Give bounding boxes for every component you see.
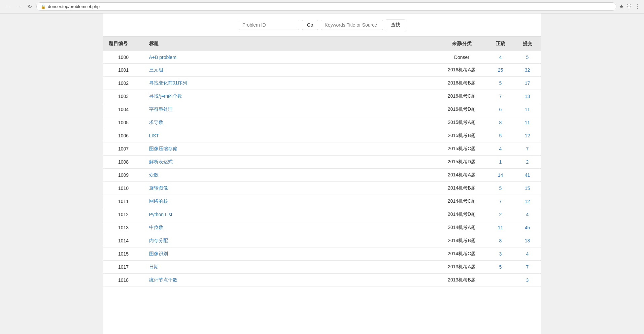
cell-correct[interactable]: 8 xyxy=(487,234,514,247)
correct-link[interactable]: 3 xyxy=(499,251,502,257)
cell-correct[interactable]: 3 xyxy=(487,247,514,261)
correct-link[interactable]: 14 xyxy=(498,172,503,178)
correct-link[interactable]: 6 xyxy=(499,107,502,112)
search-button[interactable]: 查找 xyxy=(386,20,405,30)
shield-button[interactable]: 🛡 xyxy=(626,4,632,10)
cell-submit[interactable]: 32 xyxy=(514,64,541,77)
cell-correct[interactable]: 8 xyxy=(487,116,514,129)
cell-title[interactable]: 寻找变化前01序列 xyxy=(144,77,437,90)
submit-link[interactable]: 11 xyxy=(525,107,530,112)
cell-correct[interactable]: 11 xyxy=(487,221,514,234)
cell-correct[interactable]: 6 xyxy=(487,103,514,116)
problem-link[interactable]: LIST xyxy=(149,133,159,138)
submit-link[interactable]: 4 xyxy=(526,251,529,257)
problem-link[interactable]: 图像压缩存储 xyxy=(149,146,177,151)
problem-link[interactable]: 众数 xyxy=(149,172,159,177)
cell-submit[interactable]: 11 xyxy=(514,116,541,129)
correct-link[interactable]: 7 xyxy=(499,94,502,99)
bookmark-button[interactable]: ★ xyxy=(619,3,624,10)
keyword-input[interactable] xyxy=(321,20,383,30)
menu-button[interactable]: ⋮ xyxy=(635,3,640,10)
problem-link[interactable]: 字符串处理 xyxy=(149,106,173,112)
cell-title[interactable]: 日期 xyxy=(144,261,437,274)
problem-link[interactable]: 图像识别 xyxy=(149,251,168,256)
problem-link[interactable]: 网络的核 xyxy=(149,198,168,204)
cell-title[interactable]: 统计节点个数 xyxy=(144,274,437,287)
cell-submit[interactable]: 12 xyxy=(514,195,541,208)
submit-link[interactable]: 2 xyxy=(526,159,529,165)
cell-correct[interactable]: 4 xyxy=(487,142,514,156)
submit-link[interactable]: 12 xyxy=(525,133,530,138)
cell-title[interactable]: 图像识别 xyxy=(144,247,437,261)
go-button[interactable]: Go xyxy=(302,20,318,30)
problem-link[interactable]: 求导数 xyxy=(149,120,163,125)
cell-correct[interactable]: 5 xyxy=(487,261,514,274)
url-bar[interactable]: 🔒 donser.top/problemset.php xyxy=(36,2,616,11)
problem-link[interactable]: 日期 xyxy=(149,264,159,269)
correct-link[interactable]: 5 xyxy=(499,80,502,86)
correct-link[interactable]: 25 xyxy=(498,67,503,73)
cell-title[interactable]: 众数 xyxy=(144,169,437,182)
problem-link[interactable]: 内存分配 xyxy=(149,238,168,243)
cell-correct[interactable]: 4 xyxy=(487,51,514,64)
cell-correct[interactable]: 7 xyxy=(487,90,514,103)
problem-link[interactable]: 三元组 xyxy=(149,67,163,72)
cell-correct[interactable]: 5 xyxy=(487,77,514,90)
problem-link[interactable]: Python List xyxy=(149,212,172,217)
forward-button[interactable]: → xyxy=(15,3,23,11)
cell-title[interactable]: 图像压缩存储 xyxy=(144,142,437,156)
cell-title[interactable]: 求导数 xyxy=(144,116,437,129)
correct-link[interactable]: 5 xyxy=(499,133,502,138)
cell-title[interactable]: 解析表达式 xyxy=(144,156,437,169)
cell-correct[interactable]: 2 xyxy=(487,208,514,221)
cell-correct[interactable]: 14 xyxy=(487,169,514,182)
cell-submit[interactable]: 5 xyxy=(514,51,541,64)
cell-submit[interactable]: 3 xyxy=(514,274,541,287)
cell-correct[interactable]: 1 xyxy=(487,156,514,169)
problem-link[interactable]: 统计节点个数 xyxy=(149,277,177,282)
cell-title[interactable]: LIST xyxy=(144,129,437,142)
submit-link[interactable]: 17 xyxy=(525,80,530,86)
submit-link[interactable]: 41 xyxy=(525,172,530,178)
cell-submit[interactable]: 17 xyxy=(514,77,541,90)
cell-correct[interactable]: 25 xyxy=(487,64,514,77)
cell-submit[interactable]: 41 xyxy=(514,169,541,182)
problem-link[interactable]: 寻找*j=m的个数 xyxy=(149,93,182,99)
cell-submit[interactable]: 7 xyxy=(514,261,541,274)
correct-link[interactable]: 2 xyxy=(499,212,502,217)
cell-title[interactable]: Python List xyxy=(144,208,437,221)
submit-link[interactable]: 18 xyxy=(525,238,530,243)
cell-correct[interactable]: 5 xyxy=(487,182,514,195)
correct-link[interactable]: 11 xyxy=(498,225,503,230)
cell-title[interactable]: 寻找*j=m的个数 xyxy=(144,90,437,103)
cell-correct[interactable]: 5 xyxy=(487,129,514,142)
cell-title[interactable]: A+B problem xyxy=(144,51,437,64)
submit-link[interactable]: 13 xyxy=(525,94,530,99)
cell-submit[interactable]: 12 xyxy=(514,129,541,142)
submit-link[interactable]: 7 xyxy=(526,146,529,152)
cell-title[interactable]: 中位数 xyxy=(144,221,437,234)
correct-link[interactable]: 8 xyxy=(499,238,502,243)
cell-title[interactable]: 字符串处理 xyxy=(144,103,437,116)
problem-link[interactable]: 解析表达式 xyxy=(149,159,173,164)
cell-submit[interactable]: 2 xyxy=(514,156,541,169)
cell-title[interactable]: 三元组 xyxy=(144,64,437,77)
problem-link[interactable]: A+B problem xyxy=(149,55,176,60)
cell-submit[interactable]: 4 xyxy=(514,208,541,221)
cell-title[interactable]: 旋转图像 xyxy=(144,182,437,195)
problem-link[interactable]: 寻找变化前01序列 xyxy=(149,80,188,86)
correct-link[interactable]: 8 xyxy=(499,120,502,125)
cell-submit[interactable]: 45 xyxy=(514,221,541,234)
correct-link[interactable]: 4 xyxy=(499,146,502,152)
cell-submit[interactable]: 4 xyxy=(514,247,541,261)
cell-submit[interactable]: 7 xyxy=(514,142,541,156)
refresh-button[interactable]: ↻ xyxy=(26,3,34,11)
submit-link[interactable]: 7 xyxy=(526,264,529,270)
submit-link[interactable]: 5 xyxy=(526,55,529,60)
cell-submit[interactable]: 13 xyxy=(514,90,541,103)
back-button[interactable]: ← xyxy=(4,3,12,11)
submit-link[interactable]: 3 xyxy=(526,277,529,283)
submit-link[interactable]: 11 xyxy=(525,120,530,125)
correct-link[interactable]: 1 xyxy=(499,159,502,165)
cell-title[interactable]: 内存分配 xyxy=(144,234,437,247)
